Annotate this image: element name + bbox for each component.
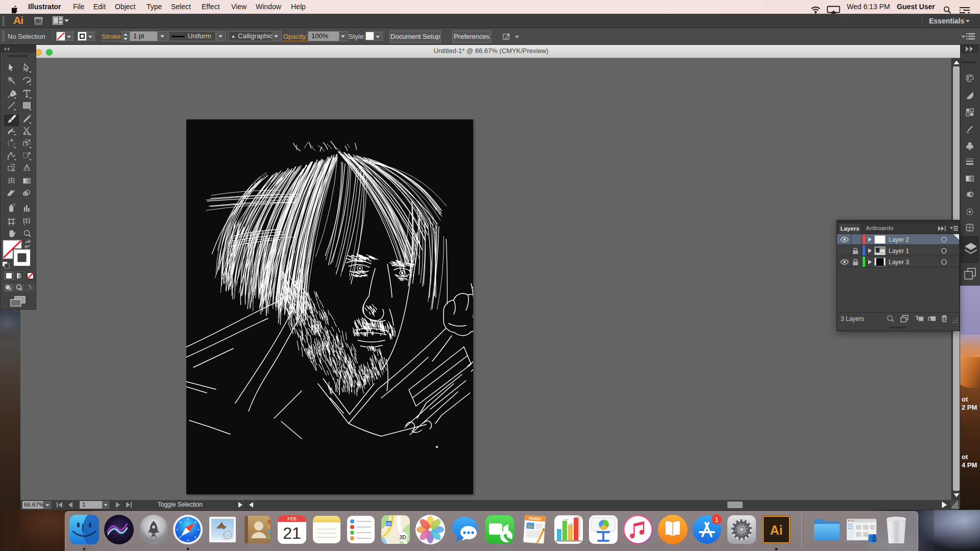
svg-text:21: 21 <box>283 524 301 542</box>
svg-text:FEB: FEB <box>287 516 297 521</box>
svg-text:3D: 3D <box>399 534 406 540</box>
svg-text:Ai: Ai <box>770 523 783 537</box>
svg-text:280: 280 <box>386 522 392 525</box>
svg-text:1: 1 <box>715 516 718 523</box>
